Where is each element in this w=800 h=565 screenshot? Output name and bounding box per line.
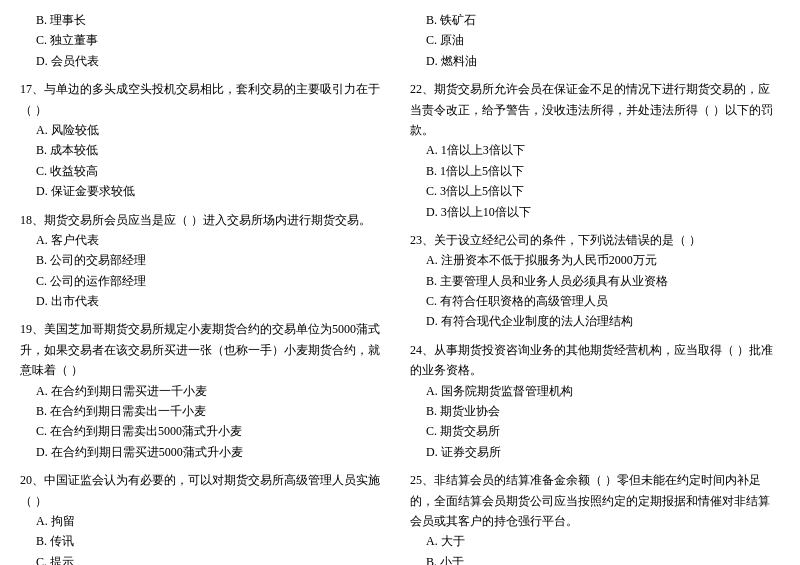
- option-d-ranliaoyou: D. 燃料油: [410, 51, 780, 71]
- question-23: 23、关于设立经纪公司的条件，下列说法错误的是（ ） A. 注册资本不低于拟服务…: [410, 230, 780, 332]
- q23-option-a: A. 注册资本不低于拟服务为人民币2000万元: [410, 250, 780, 270]
- q19-option-c: C. 在合约到期日需卖出5000蒲式升小麦: [20, 421, 390, 441]
- question-continuation-right: B. 铁矿石 C. 原油 D. 燃料油: [410, 10, 780, 71]
- q17-option-c: C. 收益较高: [20, 161, 390, 181]
- question-22: 22、期货交易所允许会员在保证金不足的情况下进行期货交易的，应当责令改正，给予警…: [410, 79, 780, 222]
- q24-option-b: B. 期货业协会: [410, 401, 780, 421]
- q17-option-a: A. 风险较低: [20, 120, 390, 140]
- question-17: 17、与单边的多头成空头投机交易相比，套利交易的主要吸引力在于（ ） A. 风险…: [20, 79, 390, 201]
- q17-option-d: D. 保证金要求较低: [20, 181, 390, 201]
- q17-option-b: B. 成本较低: [20, 140, 390, 160]
- option-c-yuanyou: C. 原油: [410, 30, 780, 50]
- q20-option-c: C. 提示: [20, 552, 390, 565]
- page-container: B. 理事长 C. 独立董事 D. 会员代表 17、与单边的多头成空头投机交易相…: [20, 10, 780, 565]
- q23-option-d: D. 有符合现代企业制度的法人治理结构: [410, 311, 780, 331]
- q23-option-b: B. 主要管理人员和业务人员必须具有从业资格: [410, 271, 780, 291]
- q18-option-b: B. 公司的交易部经理: [20, 250, 390, 270]
- option-b-tiekuangshi: B. 铁矿石: [410, 10, 780, 30]
- question-23-title: 23、关于设立经纪公司的条件，下列说法错误的是（ ）: [410, 230, 780, 250]
- question-19: 19、美国芝加哥期货交易所规定小麦期货合约的交易单位为5000蒲式升，如果交易者…: [20, 319, 390, 462]
- option-b-lishizhang: B. 理事长: [20, 10, 390, 30]
- q18-option-a: A. 客户代表: [20, 230, 390, 250]
- q20-option-b: B. 传讯: [20, 531, 390, 551]
- q23-option-c: C. 有符合任职资格的高级管理人员: [410, 291, 780, 311]
- question-24-title: 24、从事期货投资咨询业务的其他期货经营机构，应当取得（ ）批准的业务资格。: [410, 340, 780, 381]
- question-24: 24、从事期货投资咨询业务的其他期货经营机构，应当取得（ ）批准的业务资格。 A…: [410, 340, 780, 462]
- q24-option-d: D. 证券交易所: [410, 442, 780, 462]
- q18-option-d: D. 出市代表: [20, 291, 390, 311]
- question-20: 20、中国证监会认为有必要的，可以对期货交易所高级管理人员实施（ ） A. 拘留…: [20, 470, 390, 565]
- option-c-duli: C. 独立董事: [20, 30, 390, 50]
- q24-option-c: C. 期货交易所: [410, 421, 780, 441]
- q24-option-a: A. 国务院期货监督管理机构: [410, 381, 780, 401]
- left-column: B. 理事长 C. 独立董事 D. 会员代表 17、与单边的多头成空头投机交易相…: [20, 10, 390, 565]
- q20-option-a: A. 拘留: [20, 511, 390, 531]
- question-25-title: 25、非结算会员的结算准备金余额（ ）零但未能在约定时间内补足的，全面结算会员期…: [410, 470, 780, 531]
- q19-option-b: B. 在合约到期日需卖出一千小麦: [20, 401, 390, 421]
- question-18-title: 18、期货交易所会员应当是应（ ）进入交易所场内进行期货交易。: [20, 210, 390, 230]
- right-column: B. 铁矿石 C. 原油 D. 燃料油 22、期货交易所允许会员在保证金不足的情…: [410, 10, 780, 565]
- q19-option-d: D. 在合约到期日需买进5000蒲式升小麦: [20, 442, 390, 462]
- q22-option-c: C. 3倍以上5倍以下: [410, 181, 780, 201]
- q25-option-a: A. 大于: [410, 531, 780, 551]
- question-19-title: 19、美国芝加哥期货交易所规定小麦期货合约的交易单位为5000蒲式升，如果交易者…: [20, 319, 390, 380]
- question-17-title: 17、与单边的多头成空头投机交易相比，套利交易的主要吸引力在于（ ）: [20, 79, 390, 120]
- q22-option-d: D. 3倍以上10倍以下: [410, 202, 780, 222]
- question-25: 25、非结算会员的结算准备金余额（ ）零但未能在约定时间内补足的，全面结算会员期…: [410, 470, 780, 565]
- question-18: 18、期货交易所会员应当是应（ ）进入交易所场内进行期货交易。 A. 客户代表 …: [20, 210, 390, 312]
- q18-option-c: C. 公司的运作部经理: [20, 271, 390, 291]
- q22-option-b: B. 1倍以上5倍以下: [410, 161, 780, 181]
- q19-option-a: A. 在合约到期日需买进一千小麦: [20, 381, 390, 401]
- q22-option-a: A. 1倍以上3倍以下: [410, 140, 780, 160]
- question-22-title: 22、期货交易所允许会员在保证金不足的情况下进行期货交易的，应当责令改正，给予警…: [410, 79, 780, 140]
- option-d-huiyuan: D. 会员代表: [20, 51, 390, 71]
- question-20-title: 20、中国证监会认为有必要的，可以对期货交易所高级管理人员实施（ ）: [20, 470, 390, 511]
- q25-option-b: B. 小于: [410, 552, 780, 565]
- question-continuation-left: B. 理事长 C. 独立董事 D. 会员代表: [20, 10, 390, 71]
